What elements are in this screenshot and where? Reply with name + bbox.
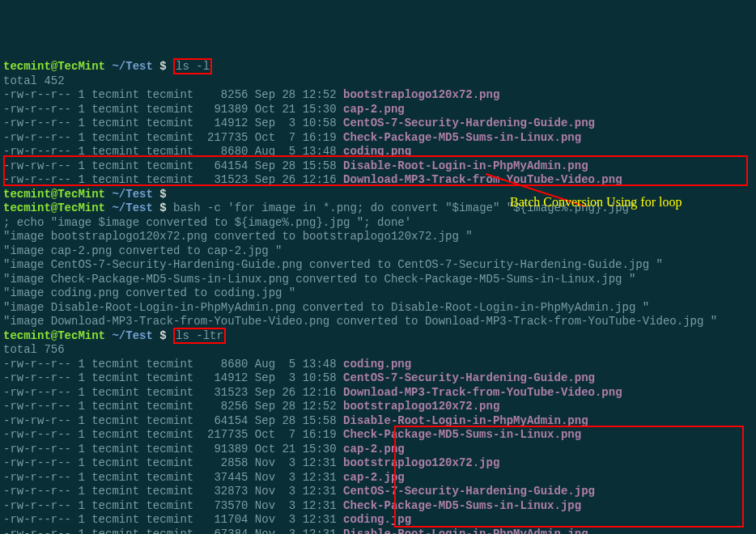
prompt: tecmint@TecMint ~/Test $: [3, 329, 173, 342]
annotation-text: Batch Conversion Using for loop: [510, 194, 682, 210]
annotation-box-jpg: [394, 426, 744, 528]
command-highlighted: ls -ltr: [173, 328, 226, 344]
command-highlighted: ls -l: [173, 58, 212, 74]
command-bash-cont: ; echo "image $image converted to ${imag…: [3, 216, 411, 229]
prompt: tecmint@TecMint ~/Test $: [3, 188, 173, 201]
conversion-output: "image bootstraplogo120x72.png converted…: [3, 230, 717, 328]
total-line: total 452: [3, 74, 65, 87]
prompt: tecmint@TecMint ~/Test $: [3, 60, 173, 73]
annotation-box-bash: [3, 155, 748, 186]
total-line: total 756: [3, 343, 65, 356]
prompt: tecmint@TecMint ~/Test $: [3, 201, 173, 214]
